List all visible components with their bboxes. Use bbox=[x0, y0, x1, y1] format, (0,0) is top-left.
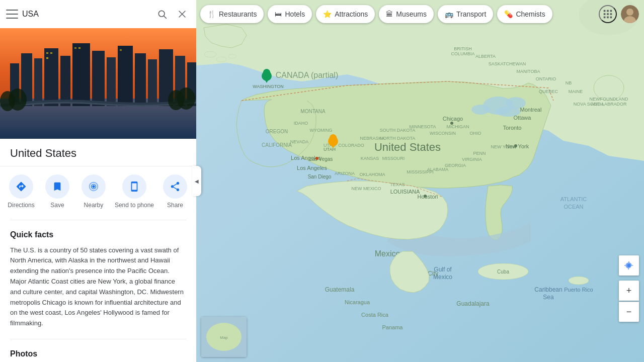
svg-text:MINNESOTA: MINNESOTA bbox=[410, 124, 436, 129]
send-to-phone-label: Send to phone bbox=[115, 202, 154, 210]
svg-point-30 bbox=[92, 185, 95, 188]
svg-rect-143 bbox=[607, 13, 609, 15]
svg-text:NB: NB bbox=[566, 80, 572, 85]
quick-facts-title: Quick facts bbox=[10, 230, 186, 239]
quick-facts-section: Quick facts The U.S. is a country of 50 … bbox=[0, 222, 196, 337]
search-button[interactable] bbox=[154, 6, 170, 22]
svg-rect-142 bbox=[604, 13, 606, 15]
place-name: United States bbox=[0, 139, 196, 166]
svg-rect-141 bbox=[610, 10, 612, 12]
zoom-in-button[interactable]: + bbox=[619, 281, 639, 301]
category-chemists[interactable]: 💊 Chemists bbox=[497, 5, 552, 23]
svg-text:Chicago: Chicago bbox=[443, 116, 463, 122]
search-input-wrapper bbox=[22, 10, 150, 19]
svg-text:MANITOBA: MANITOBA bbox=[517, 69, 540, 74]
svg-point-27 bbox=[9, 88, 27, 111]
svg-text:WASHINGTON: WASHINGTON bbox=[253, 84, 284, 89]
svg-text:Panama: Panama bbox=[382, 324, 404, 330]
category-restaurants[interactable]: 🍴 Restaurants bbox=[200, 5, 264, 23]
svg-point-29 bbox=[177, 87, 195, 110]
category-museums[interactable]: 🏛 Museums bbox=[379, 5, 434, 23]
museums-label: Museums bbox=[396, 10, 427, 18]
mini-map[interactable]: Map bbox=[201, 317, 247, 357]
hotels-label: Hotels bbox=[285, 10, 305, 18]
sidebar-content: United States Directions S bbox=[0, 28, 196, 362]
svg-text:Cuba: Cuba bbox=[497, 269, 509, 275]
search-input[interactable] bbox=[22, 10, 150, 19]
svg-text:Caribbean: Caribbean bbox=[534, 286, 562, 293]
nearby-button[interactable]: Nearby bbox=[78, 174, 109, 210]
svg-text:QUEBEC: QUEBEC bbox=[539, 89, 558, 94]
svg-text:Montreal: Montreal bbox=[520, 107, 542, 113]
photos-section: Photos bbox=[0, 341, 196, 362]
svg-point-94 bbox=[315, 157, 318, 160]
svg-text:ARIZONA: ARIZONA bbox=[335, 171, 355, 176]
svg-text:VIRGINIA: VIRGINIA bbox=[462, 157, 482, 162]
save-button[interactable]: Save bbox=[42, 174, 72, 210]
svg-rect-139 bbox=[604, 10, 606, 12]
category-transport[interactable]: 🚌 Transport bbox=[438, 5, 493, 23]
svg-text:LOUISIANA: LOUISIANA bbox=[390, 189, 420, 195]
svg-text:KANSAS: KANSAS bbox=[361, 156, 379, 161]
menu-icon[interactable] bbox=[6, 8, 18, 20]
svg-text:GEORGIA: GEORGIA bbox=[445, 163, 466, 168]
svg-text:ALBERTA: ALBERTA bbox=[475, 54, 496, 59]
my-location-button[interactable] bbox=[619, 255, 639, 276]
nearby-label: Nearby bbox=[84, 202, 104, 210]
chemists-icon: 💊 bbox=[504, 10, 513, 18]
svg-rect-8 bbox=[34, 58, 42, 106]
send-to-phone-button[interactable]: Send to phone bbox=[115, 174, 154, 210]
svg-rect-23 bbox=[74, 47, 76, 49]
map-container[interactable]: Gulf of Mexico Mexico Mexico City Caribb… bbox=[196, 0, 644, 362]
svg-rect-13 bbox=[107, 57, 116, 106]
svg-text:NEWFOUNDLAND: NEWFOUNDLAND bbox=[589, 97, 628, 102]
hotels-icon: 🛏 bbox=[275, 10, 282, 18]
svg-text:Guadalajara: Guadalajara bbox=[456, 300, 490, 307]
category-attractions[interactable]: ⭐ Attractions bbox=[316, 5, 375, 23]
svg-point-101 bbox=[514, 144, 517, 147]
svg-text:TEXAS: TEXAS bbox=[390, 182, 405, 187]
directions-icon bbox=[9, 174, 33, 199]
quick-facts-text: The U.S. is a country of 50 states cover… bbox=[10, 245, 186, 329]
svg-text:Costa Rica: Costa Rica bbox=[361, 312, 389, 318]
close-button[interactable] bbox=[174, 6, 190, 22]
directions-button[interactable]: Directions bbox=[6, 174, 36, 210]
svg-rect-15 bbox=[135, 53, 146, 106]
svg-point-49 bbox=[471, 105, 490, 115]
category-pills: 🍴 Restaurants 🛏 Hotels ⭐ Attractions 🏛 M… bbox=[196, 0, 644, 28]
svg-text:PENN: PENN bbox=[473, 151, 486, 156]
action-buttons: Directions Save bbox=[0, 166, 196, 218]
svg-text:NEVADA: NEVADA bbox=[290, 139, 308, 144]
svg-text:NEW MEXICO: NEW MEXICO bbox=[351, 186, 381, 191]
svg-rect-146 bbox=[607, 17, 609, 19]
user-avatar[interactable] bbox=[621, 5, 639, 23]
attractions-label: Attractions bbox=[335, 10, 368, 18]
svg-text:MONTANA: MONTANA bbox=[300, 109, 326, 114]
svg-text:MAINE: MAINE bbox=[569, 89, 583, 94]
share-button[interactable]: Share bbox=[160, 174, 190, 210]
svg-rect-147 bbox=[610, 17, 612, 19]
map-controls: + − bbox=[619, 255, 639, 322]
svg-point-60 bbox=[569, 277, 589, 285]
divider-2 bbox=[10, 220, 186, 220]
svg-rect-144 bbox=[610, 13, 612, 15]
svg-text:NORTH DAKOTA: NORTH DAKOTA bbox=[380, 136, 416, 141]
transport-icon: 🚌 bbox=[445, 10, 453, 18]
svg-rect-145 bbox=[604, 17, 606, 19]
search-bar bbox=[0, 0, 196, 28]
collapse-sidebar-button[interactable]: ◀ bbox=[192, 166, 201, 196]
svg-point-111 bbox=[216, 57, 226, 62]
category-hotels[interactable]: 🛏 Hotels bbox=[268, 5, 312, 23]
transport-label: Transport bbox=[456, 10, 486, 18]
restaurants-label: Restaurants bbox=[219, 10, 257, 18]
chemists-label: Chemists bbox=[516, 10, 545, 18]
svg-rect-21 bbox=[50, 52, 52, 54]
svg-text:New York: New York bbox=[506, 143, 529, 149]
svg-text:MISSOURI: MISSOURI bbox=[382, 156, 405, 161]
svg-text:Map: Map bbox=[220, 335, 228, 340]
google-apps-button[interactable] bbox=[599, 5, 617, 23]
svg-text:Los Angeles: Los Angeles bbox=[297, 165, 327, 171]
map-svg: Gulf of Mexico Mexico Mexico City Caribb… bbox=[196, 0, 644, 362]
zoom-out-button[interactable]: − bbox=[619, 302, 639, 322]
save-icon bbox=[45, 174, 69, 199]
